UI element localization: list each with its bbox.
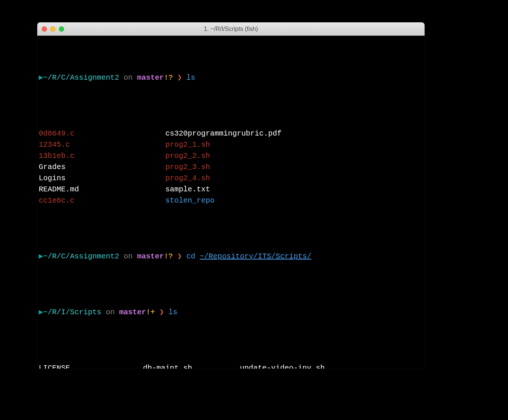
file-entry: Grades — [39, 162, 165, 173]
prompt-arrow-icon: ▶ — [39, 252, 43, 261]
prompt-branch: master — [119, 308, 146, 316]
window-title: 1. ~/R/I/Scripts (fish) — [37, 26, 425, 32]
prompt-path: ~/R/C/Assignment2 — [43, 252, 119, 261]
traffic-lights — [42, 26, 64, 32]
file-entry: 12345.c — [39, 139, 165, 150]
file-entry: cs320programmingrubric.pdf — [165, 128, 423, 139]
prompt-command: ls — [168, 308, 177, 316]
prompt-branch: master — [137, 252, 164, 261]
prompt-dirty: !? — [164, 252, 173, 261]
prompt-path: ~/R/C/Assignment2 — [43, 73, 119, 82]
prompt-sep: on — [119, 252, 137, 261]
file-entry: cc1e6c.c — [39, 195, 165, 206]
prompt-line: ▶~/R/C/Assignment2 on master!? ❯ cd ~/Re… — [39, 251, 423, 262]
file-entry: 13b1eb.c — [39, 150, 165, 162]
ls-output: 0d8649.ccs320programmingrubric.pdf12345.… — [39, 128, 423, 206]
close-icon[interactable] — [42, 26, 47, 32]
prompt-arrow-icon: ▶ — [39, 73, 43, 82]
prompt-branch: master — [137, 73, 164, 82]
file-entry: LICENSE — [39, 363, 143, 369]
file-entry: stolen_repo — [165, 195, 423, 206]
prompt-line: ▶~/R/I/Scripts on master!+ ❯ ls — [39, 307, 423, 318]
prompt-arrow-icon: ▶ — [39, 308, 43, 316]
prompt-command: ls — [186, 73, 195, 82]
prompt-dirty: !? — [164, 73, 173, 82]
titlebar[interactable]: 1. ~/R/I/Scripts (fish) — [37, 22, 425, 36]
ls-output: LICENSEdb-maint.shupdate-video-inv.shREA… — [39, 363, 423, 369]
file-entry: 0d8649.c — [39, 128, 165, 139]
prompt-sep: on — [101, 308, 119, 316]
prompt-chevron-icon: ❯ — [173, 73, 186, 82]
file-entry: prog2_2.sh — [165, 150, 423, 162]
prompt-line: ▶~/R/C/Assignment2 on master!? ❯ ls — [39, 72, 423, 83]
file-entry: prog2_1.sh — [165, 139, 423, 150]
prompt-path: ~/R/I/Scripts — [43, 308, 101, 316]
file-entry: Logins — [39, 173, 165, 184]
prompt-chevron-icon: ❯ — [173, 252, 186, 261]
file-entry: prog2_4.sh — [165, 173, 423, 184]
zoom-icon[interactable] — [59, 26, 64, 32]
prompt-sep: on — [119, 73, 137, 82]
terminal-body[interactable]: ▶~/R/C/Assignment2 on master!? ❯ ls 0d86… — [37, 36, 425, 369]
file-entry: prog2_3.sh — [165, 162, 423, 173]
file-entry: README.md — [39, 184, 165, 195]
file-entry: update-video-inv.sh — [240, 363, 423, 369]
prompt-chevron-icon: ❯ — [155, 308, 168, 316]
minimize-icon[interactable] — [50, 26, 55, 32]
prompt-command: cd — [186, 252, 200, 261]
prompt-argument: ~/Repository/ITS/Scripts/ — [200, 252, 311, 261]
prompt-dirty: !+ — [146, 308, 155, 316]
file-entry: sample.txt — [165, 184, 423, 195]
file-entry: db-maint.sh — [143, 363, 240, 369]
terminal-window: 1. ~/R/I/Scripts (fish) ▶~/R/C/Assignmen… — [37, 22, 425, 369]
